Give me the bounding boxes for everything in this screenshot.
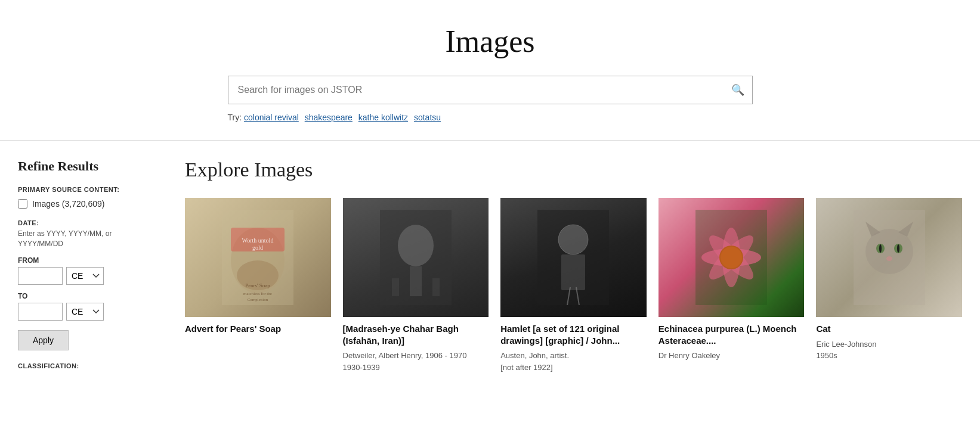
image-card-meta-1: Detweiler, Albert Henry, 1906 - 1970 193… bbox=[343, 350, 489, 373]
svg-text:Pears' Soap: Pears' Soap bbox=[246, 282, 271, 288]
date-label: DATE: bbox=[18, 219, 149, 226]
image-card-4[interactable]: Cat Eric Lee-Johnson 1950s bbox=[816, 198, 962, 373]
svg-point-34 bbox=[886, 256, 892, 261]
svg-point-32 bbox=[879, 244, 882, 253]
date-hint: Enter as YYYY, YYYY/MM, or YYYY/MM/DD bbox=[18, 229, 149, 249]
try-label: Try: bbox=[228, 113, 242, 122]
image-card-0[interactable]: Worth untold gold Pears' Soap matchless … bbox=[185, 198, 331, 373]
svg-point-10 bbox=[398, 225, 434, 266]
classification-label: CLASSIFICATION: bbox=[18, 362, 149, 369]
image-thumbnail-0: Worth untold gold Pears' Soap matchless … bbox=[185, 198, 331, 317]
suggestion-kathe-kollwitz[interactable]: kathe kollwitz bbox=[358, 113, 408, 122]
apply-button[interactable]: Apply bbox=[18, 330, 69, 350]
image-card-title-2: Hamlet [a set of 121 original drawings] … bbox=[500, 323, 647, 346]
main-layout: Refine Results PRIMARY SOURCE CONTENT: I… bbox=[0, 141, 980, 391]
image-thumbnail-4 bbox=[816, 198, 962, 317]
svg-rect-13 bbox=[432, 278, 440, 296]
image-card-meta-4: Eric Lee-Johnson 1950s bbox=[816, 338, 962, 362]
image-card-author-1: Detweiler, Albert Henry, 1906 - 1970 bbox=[343, 350, 489, 362]
image-thumbnail-1 bbox=[343, 198, 489, 317]
image-card-title-3: Echinacea purpurea (L.) Moench Asteracea… bbox=[659, 323, 805, 346]
svg-point-33 bbox=[897, 244, 899, 253]
from-date-input[interactable] bbox=[18, 267, 63, 285]
image-card-date-4: 1950s bbox=[816, 350, 962, 362]
suggestion-shakespeare[interactable]: shakespeare bbox=[305, 113, 353, 122]
image-card-date-2: [not after 1922] bbox=[500, 362, 647, 374]
svg-text:Worth untold: Worth untold bbox=[242, 237, 274, 244]
images-checkbox[interactable] bbox=[18, 199, 27, 209]
sidebar: Refine Results PRIMARY SOURCE CONTENT: I… bbox=[18, 159, 161, 369]
image-card-meta-3: Dr Henry Oakeley bbox=[659, 350, 805, 362]
suggestion-sotatsu[interactable]: sotatsu bbox=[414, 113, 441, 122]
to-label: TO bbox=[18, 292, 149, 300]
page-title: Images bbox=[445, 24, 534, 59]
image-card-3[interactable]: Echinacea purpurea (L.) Moench Asteracea… bbox=[659, 198, 805, 373]
svg-point-25 bbox=[721, 247, 742, 268]
svg-point-15 bbox=[558, 225, 588, 254]
from-date-row: CE BCE bbox=[18, 267, 149, 285]
image-card-title-1: [Madraseh-ye Chahar Bagh (Isfahān, Iran)… bbox=[343, 323, 489, 346]
image-card-meta-2: Austen, John, artist. [not after 1922] bbox=[500, 350, 647, 373]
from-ce-select[interactable]: CE BCE bbox=[66, 267, 104, 285]
images-checkbox-row: Images (3,720,609) bbox=[18, 199, 149, 209]
search-button[interactable]: 🔍 bbox=[723, 76, 753, 104]
image-grid: Worth untold gold Pears' Soap matchless … bbox=[185, 198, 962, 373]
images-checkbox-label[interactable]: Images (3,720,609) bbox=[32, 199, 104, 209]
primary-source-label: PRIMARY SOURCE CONTENT: bbox=[18, 186, 149, 193]
svg-rect-11 bbox=[410, 266, 422, 296]
svg-rect-16 bbox=[561, 254, 585, 290]
from-label: FROM bbox=[18, 256, 149, 265]
try-section: Try: colonial revival shakespeare kathe … bbox=[228, 113, 753, 122]
image-card-author-3: Dr Henry Oakeley bbox=[659, 350, 805, 362]
image-thumbnail-2 bbox=[500, 198, 647, 317]
image-card-author-4: Eric Lee-Johnson bbox=[816, 338, 962, 350]
to-ce-select[interactable]: CE BCE bbox=[66, 303, 104, 321]
image-card-author-2: Austen, John, artist. bbox=[500, 350, 647, 362]
svg-text:Complexion: Complexion bbox=[248, 297, 268, 302]
content-area: Explore Images Worth untold gold Pears' … bbox=[161, 159, 962, 373]
image-card-title-0: Advert for Pears' Soap bbox=[185, 323, 331, 335]
image-card-1[interactable]: [Madraseh-ye Chahar Bagh (Isfahān, Iran)… bbox=[343, 198, 489, 373]
to-date-row: CE BCE bbox=[18, 303, 149, 321]
image-card-2[interactable]: Hamlet [a set of 121 original drawings] … bbox=[500, 198, 647, 373]
to-date-input[interactable] bbox=[18, 303, 63, 321]
svg-text:gold: gold bbox=[252, 244, 263, 251]
header-section: Images 🔍 Try: colonial revival shakespea… bbox=[0, 0, 980, 141]
explore-title: Explore Images bbox=[185, 159, 962, 181]
image-card-date-1: 1930-1939 bbox=[343, 362, 489, 374]
search-input[interactable] bbox=[228, 76, 753, 104]
svg-rect-12 bbox=[392, 278, 399, 296]
svg-text:matchless for the: matchless for the bbox=[243, 291, 272, 296]
search-icon: 🔍 bbox=[731, 84, 744, 96]
sidebar-title: Refine Results bbox=[18, 159, 149, 174]
search-bar-wrapper: 🔍 bbox=[228, 76, 753, 104]
image-card-title-4: Cat bbox=[816, 323, 962, 335]
suggestion-colonial-revival[interactable]: colonial revival bbox=[244, 113, 299, 122]
image-thumbnail-3 bbox=[659, 198, 805, 317]
